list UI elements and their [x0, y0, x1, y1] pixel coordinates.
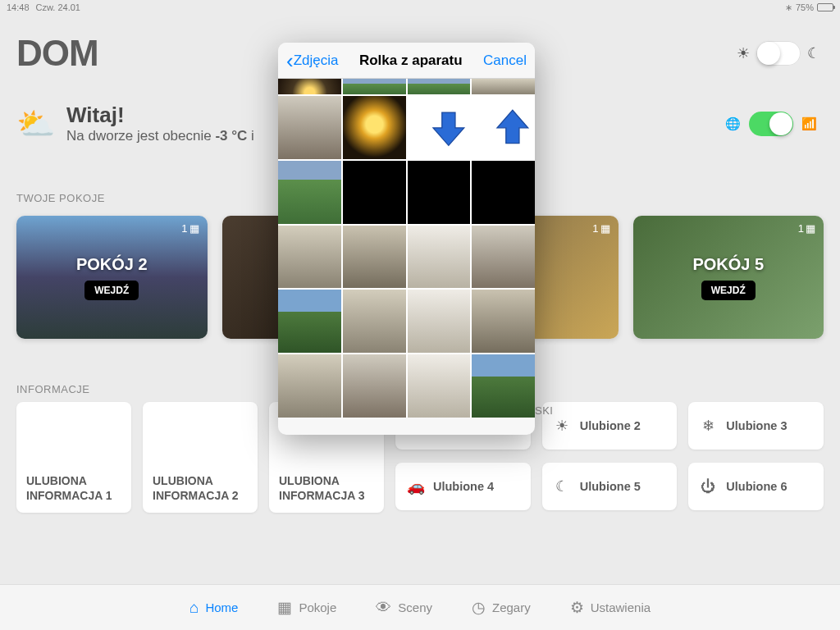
tab-rooms[interactable]: ▦Pokoje: [277, 598, 336, 617]
photo-thumb[interactable]: [343, 161, 406, 224]
tab-scenes[interactable]: 👁Sceny: [376, 599, 432, 617]
status-date: Czw. 24.01: [36, 2, 80, 12]
brightness-icon: ☀: [554, 417, 570, 435]
favorite-card[interactable]: ☀Ulubione 2: [542, 402, 678, 450]
photo-thumb[interactable]: [408, 226, 471, 289]
page-title: DOM: [16, 33, 98, 74]
room-card[interactable]: 1▦ POKÓJ 2 WEJDŹ: [16, 216, 208, 339]
photo-grid: [278, 79, 535, 418]
moon-icon: ☾: [554, 477, 570, 495]
photo-thumb[interactable]: [278, 290, 341, 353]
tab-bar: ⌂Home ▦Pokoje 👁Sceny ◷Zegary ⚙Ustawienia: [0, 585, 840, 630]
tab-timers[interactable]: ◷Zegary: [472, 598, 531, 617]
photo-thumb[interactable]: [472, 226, 535, 289]
tab-settings[interactable]: ⚙Ustawienia: [570, 598, 651, 617]
photo-thumb[interactable]: [278, 96, 341, 159]
photo-thumb[interactable]: [343, 226, 406, 289]
gear-icon: ⚙: [570, 598, 584, 617]
status-time: 14:48: [7, 2, 30, 12]
picker-title: Rolka z aparatu: [359, 52, 463, 69]
enter-room-button[interactable]: WEJDŹ: [701, 281, 756, 300]
photo-thumb[interactable]: [472, 96, 535, 159]
room-name: POKÓJ 5: [692, 255, 764, 274]
weather-icon: ⛅: [16, 106, 55, 142]
info-card[interactable]: ULUBIONA INFORMACJA 2: [143, 402, 258, 513]
photo-thumb[interactable]: [408, 161, 471, 224]
photo-thumb[interactable]: [278, 226, 341, 289]
photo-thumb[interactable]: [278, 354, 341, 418]
info-section-label: INFORMACJE: [16, 383, 90, 395]
garage-icon: 🚗: [407, 477, 423, 495]
theme-switch-group: ☀ ☾: [737, 41, 820, 66]
room-card[interactable]: 1▦ POKÓJ 5 WEJDŹ: [633, 216, 824, 339]
photo-thumb[interactable]: [472, 354, 535, 418]
photo-thumb[interactable]: [472, 161, 535, 224]
photo-thumb[interactable]: [408, 290, 471, 353]
photo-thumb[interactable]: [408, 96, 471, 159]
picker-cancel-button[interactable]: Cancel: [483, 52, 527, 69]
chevron-left-icon: ‹: [286, 50, 294, 71]
sun-icon: ☀: [737, 44, 750, 62]
photo-thumb[interactable]: [472, 79, 535, 94]
greeting-title: Witaj!: [66, 103, 254, 128]
photo-picker-modal: ‹Zdjęcia Rolka z aparatu Cancel: [278, 43, 535, 435]
greeting-line: Na dworze jest obecnie -3 °C i: [66, 128, 254, 144]
tab-home[interactable]: ⌂Home: [189, 599, 239, 617]
network-switch-group: 🌐 📶: [725, 112, 817, 136]
picker-back-button[interactable]: ‹Zdjęcia: [286, 50, 338, 71]
battery-icon: [817, 3, 833, 11]
window-icon: ▦: [189, 222, 199, 235]
network-toggle[interactable]: [749, 112, 793, 136]
favorite-card[interactable]: ⏻Ulubione 6: [688, 463, 824, 510]
power-icon: ⏻: [700, 478, 716, 495]
window-icon: ▦: [600, 222, 610, 235]
photo-thumb[interactable]: [343, 290, 406, 353]
photo-thumb[interactable]: [278, 79, 341, 94]
photo-thumb[interactable]: [343, 96, 406, 159]
photo-thumb[interactable]: [278, 161, 341, 224]
clock-icon: ◷: [472, 598, 486, 617]
favorite-card[interactable]: ❄Ulubione 3: [688, 402, 824, 450]
eye-icon: 👁: [376, 599, 391, 617]
photo-thumb[interactable]: [408, 79, 471, 94]
favorite-card[interactable]: ☾Ulubione 5: [542, 463, 678, 510]
photo-thumb[interactable]: [472, 290, 535, 353]
room-name: POKÓJ 2: [76, 255, 148, 274]
favorite-card[interactable]: 🚗Ulubione 4: [395, 463, 531, 510]
wifi-icon: 📶: [801, 116, 817, 131]
grid-icon: ▦: [277, 598, 292, 617]
home-icon: ⌂: [189, 599, 199, 617]
photo-thumb[interactable]: [408, 354, 471, 418]
status-bar: 14:48 Czw. 24.01 ∗ 75%: [0, 0, 840, 15]
moon-icon: ☾: [807, 44, 820, 62]
bluetooth-icon: ∗: [785, 2, 792, 13]
globe-icon: 🌐: [725, 116, 741, 131]
window-icon: ▦: [806, 222, 815, 235]
photo-thumb[interactable]: [343, 79, 406, 94]
info-card[interactable]: ULUBIONA INFORMACJA 1: [16, 402, 131, 513]
theme-toggle[interactable]: [756, 41, 801, 66]
snowflake-icon: ❄: [700, 417, 716, 435]
truncated-label: SKI: [535, 404, 553, 417]
photo-thumb[interactable]: [343, 354, 406, 418]
battery-pct: 75%: [796, 2, 814, 12]
enter-room-button[interactable]: WEJDŹ: [84, 281, 139, 300]
